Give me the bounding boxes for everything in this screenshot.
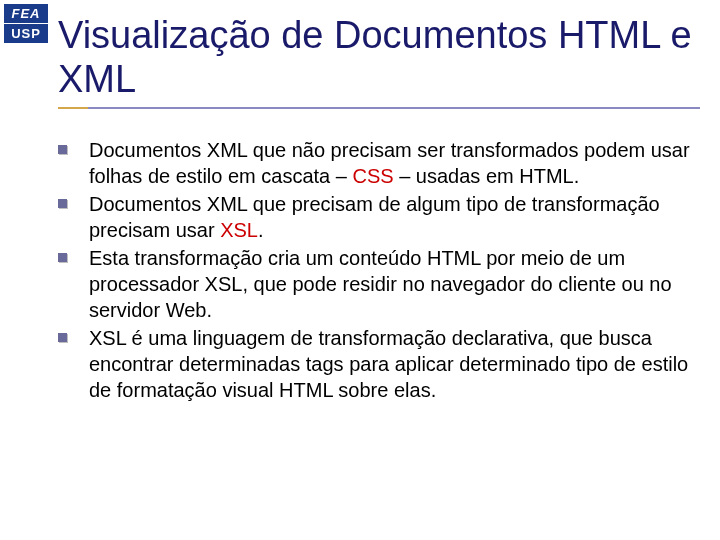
highlight-text: CSS	[352, 165, 393, 187]
highlight-text: XSL	[220, 219, 258, 241]
list-item: XSL é uma linguagem de transformação dec…	[58, 325, 690, 403]
list-item-text: Documentos XML que precisam de algum tip…	[89, 191, 690, 243]
slide-title: Visualização de Documentos HTML e XML	[0, 0, 720, 107]
square-bullet-icon	[58, 145, 67, 154]
list-item-text: XSL é uma linguagem de transformação dec…	[89, 325, 690, 403]
list-item-text: Esta transformação cria um conteúdo HTML…	[89, 245, 690, 323]
list-item: Documentos XML que precisam de algum tip…	[58, 191, 690, 243]
list-item: Documentos XML que não precisam ser tran…	[58, 137, 690, 189]
text-segment: .	[258, 219, 264, 241]
square-bullet-icon	[58, 199, 67, 208]
text-segment: Esta transformação cria um conteúdo HTML…	[89, 247, 672, 321]
logo-top-text: FEA	[4, 4, 48, 24]
square-bullet-icon	[58, 253, 67, 262]
text-segment: Documentos XML que precisam de algum tip…	[89, 193, 660, 241]
logo-bottom-text: USP	[4, 24, 48, 43]
text-segment: XSL é uma linguagem de transformação dec…	[89, 327, 688, 401]
list-item-text: Documentos XML que não precisam ser tran…	[89, 137, 690, 189]
slide-body: Documentos XML que não precisam ser tran…	[0, 109, 720, 403]
logo: FEA USP	[4, 4, 48, 43]
list-item: Esta transformação cria um conteúdo HTML…	[58, 245, 690, 323]
title-underline	[58, 107, 700, 109]
text-segment: – usadas em HTML.	[394, 165, 580, 187]
square-bullet-icon	[58, 333, 67, 342]
